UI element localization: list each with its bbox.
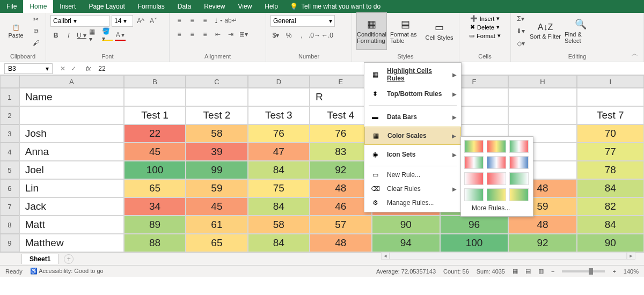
cell[interactable]: 90 — [577, 234, 644, 252]
menu-data-bars[interactable]: ▬ Data Bars ▶ — [364, 107, 461, 127]
cell[interactable]: Test 7 — [577, 106, 644, 124]
cell[interactable]: 45 — [186, 197, 247, 216]
cell[interactable]: 75 — [248, 179, 310, 197]
cell[interactable]: 99 — [186, 161, 247, 179]
cell[interactable]: 34 — [124, 197, 186, 216]
cell[interactable]: 92 — [508, 234, 576, 252]
font-name-select[interactable]: Calibri▾ — [50, 15, 109, 27]
color-scale-option-1[interactable] — [464, 140, 484, 153]
increase-indent-button[interactable]: ⇥ — [225, 29, 236, 40]
cell[interactable] — [186, 88, 247, 106]
align-bottom-button[interactable]: ≡ — [200, 15, 210, 26]
column-header-A[interactable]: A — [19, 75, 124, 88]
format-as-table-button[interactable]: ▤ Format as Table — [390, 12, 421, 50]
increase-decimal-button[interactable]: .0→ — [309, 30, 320, 41]
scroll-track[interactable] — [390, 252, 627, 260]
align-left-button[interactable]: ≡ — [174, 29, 185, 40]
cut-button[interactable]: ✂ — [31, 14, 41, 25]
row-header-2[interactable]: 2 — [0, 106, 19, 124]
cell[interactable] — [577, 88, 644, 106]
cell[interactable] — [508, 88, 576, 106]
cell[interactable]: Josh — [19, 124, 124, 143]
menu-new-rule[interactable]: ▭ New Rule... — [364, 168, 461, 182]
underline-button[interactable]: U ▾ — [76, 30, 87, 41]
conditional-formatting-button[interactable]: ▦ Conditional Formatting — [356, 12, 387, 50]
font-color-button[interactable]: A ▾ — [115, 30, 126, 41]
zoom-in-button[interactable]: + — [612, 268, 616, 275]
row-header-5[interactable]: 5 — [0, 161, 19, 179]
align-center-button[interactable]: ≡ — [187, 29, 197, 40]
cell[interactable]: 84 — [248, 234, 310, 252]
cell[interactable]: 94 — [372, 234, 440, 252]
column-header-E[interactable]: E — [310, 75, 371, 88]
row-header-3[interactable]: 3 — [0, 124, 19, 143]
color-scale-option-8[interactable] — [487, 172, 506, 185]
cell[interactable]: 46 — [310, 197, 371, 216]
scroll-left-button[interactable]: ◄ — [381, 252, 390, 260]
bold-button[interactable]: B — [50, 30, 61, 41]
cancel-formula-button[interactable]: ✕ — [60, 65, 65, 72]
cell[interactable]: 48 — [508, 216, 576, 234]
cell[interactable]: Test 2 — [186, 106, 247, 124]
tab-insert[interactable]: Insert — [53, 0, 82, 13]
name-box[interactable]: B3▾ — [4, 63, 53, 74]
column-header-B[interactable]: B — [124, 75, 186, 88]
cell[interactable]: 84 — [248, 161, 310, 179]
tab-formulas[interactable]: Formulas — [131, 0, 171, 13]
color-scale-option-3[interactable] — [509, 140, 529, 153]
cell[interactable]: 39 — [186, 143, 247, 161]
cell[interactable]: 45 — [124, 143, 186, 161]
cell[interactable] — [19, 106, 124, 124]
tab-view[interactable]: View — [232, 0, 259, 13]
wrap-text-button[interactable]: ab↵ — [225, 15, 236, 26]
cell[interactable]: Anna — [19, 143, 124, 161]
menu-highlight-cells-rules[interactable]: ▦ Highlight Cells Rules ▶ — [364, 65, 461, 84]
accessibility-status[interactable]: ♿ Accessibility: Good to go — [30, 268, 104, 275]
align-right-button[interactable]: ≡ — [200, 29, 210, 40]
menu-clear-rules[interactable]: ⌫ Clear Rules ▶ — [364, 182, 461, 196]
decrease-decimal-button[interactable]: ←.0 — [322, 30, 333, 41]
color-scale-option-4[interactable] — [464, 156, 484, 169]
horizontal-scrollbar[interactable]: ◄ ► — [381, 252, 635, 261]
cell[interactable] — [124, 88, 186, 106]
fill-color-button[interactable]: 🪣▾ — [102, 30, 113, 41]
cell[interactable]: 76 — [248, 124, 310, 143]
zoom-out-button[interactable]: − — [551, 268, 554, 275]
cell[interactable]: 70 — [577, 124, 644, 143]
page-layout-view-button[interactable]: ▤ — [525, 268, 531, 275]
page-break-view-button[interactable]: ▥ — [538, 268, 544, 275]
cell[interactable]: Name — [19, 88, 124, 106]
cell[interactable]: 90 — [372, 216, 440, 234]
color-scale-option-7[interactable] — [464, 172, 484, 185]
color-scale-option-9[interactable] — [509, 172, 529, 185]
cell[interactable]: 78 — [577, 161, 644, 179]
align-top-button[interactable]: ≡ — [174, 15, 185, 26]
menu-top-bottom-rules[interactable]: ⬍ Top/Bottom Rules ▶ — [364, 84, 461, 104]
sheet-tab-sheet1[interactable]: Sheet1 — [21, 254, 58, 264]
more-rules-option[interactable]: More Rules... — [464, 201, 530, 213]
cell[interactable]: Matt — [19, 216, 124, 234]
accept-formula-button[interactable]: ✓ — [71, 65, 76, 72]
decrease-font-button[interactable]: A˅ — [148, 16, 159, 26]
merge-center-button[interactable]: ⊞▾ — [238, 29, 249, 40]
cell[interactable]: 58 — [186, 124, 247, 143]
menu-manage-rules[interactable]: ⚙ Manage Rules... — [364, 196, 461, 210]
cell[interactable]: Test 1 — [124, 106, 186, 124]
tab-review[interactable]: Review — [197, 0, 231, 13]
row-header-9[interactable]: 9 — [0, 234, 19, 252]
insert-cells-button[interactable]: ➕Insert ▾ — [470, 15, 500, 22]
row-header-7[interactable]: 7 — [0, 197, 19, 216]
cell[interactable]: 77 — [577, 143, 644, 161]
delete-cells-button[interactable]: ✖Delete ▾ — [470, 24, 500, 31]
sort-filter-button[interactable]: A↓Z Sort & Filter — [529, 12, 561, 50]
color-scale-option-5[interactable] — [487, 156, 506, 169]
format-painter-button[interactable]: 🖌 — [31, 38, 41, 48]
format-cells-button[interactable]: ▭Format ▾ — [469, 32, 501, 39]
cell[interactable]: 22 — [124, 124, 186, 143]
cell[interactable]: Joel — [19, 161, 124, 179]
column-header-C[interactable]: C — [186, 75, 247, 88]
cell[interactable]: 84 — [248, 197, 310, 216]
clear-button[interactable]: ◇▾ — [515, 38, 526, 49]
fx-icon[interactable]: fx — [82, 65, 95, 72]
cell[interactable] — [508, 106, 576, 124]
